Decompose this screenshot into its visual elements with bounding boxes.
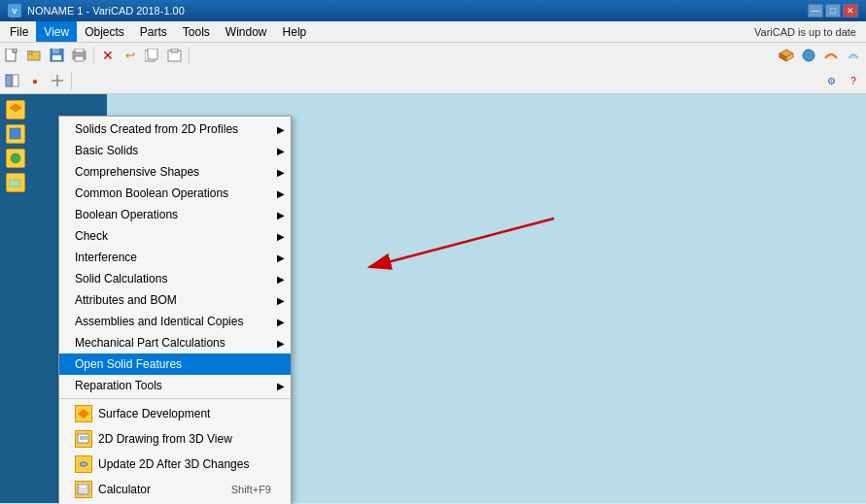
svg-point-24	[11, 153, 20, 163]
svg-rect-8	[75, 49, 84, 52]
menu-item-basic-solids-arrow: ▶	[277, 146, 285, 156]
svg-rect-19	[13, 75, 18, 86]
toolbar-btn-redo[interactable]: ↩	[120, 45, 141, 66]
menu-tools[interactable]: Tools	[175, 21, 218, 42]
toolbar-btn-3d4[interactable]	[843, 45, 864, 66]
toolbar-btn-paste[interactable]	[164, 45, 186, 66]
menu-item-comprehensive-shapes[interactable]: Comprehensive Shapes ▶	[59, 161, 291, 183]
svg-rect-9	[75, 56, 84, 61]
menu-item-assemblies[interactable]: Assemblies and Identical Copies ▶	[59, 311, 291, 332]
toolbar-btn-copy[interactable]	[142, 45, 163, 66]
svg-rect-18	[6, 75, 12, 86]
svg-rect-25	[10, 180, 20, 186]
svg-rect-23	[10, 128, 20, 139]
menu-item-common-boolean[interactable]: Common Boolean Operations ▶	[59, 183, 291, 204]
r1-icon	[4, 73, 21, 88]
menu-item-interference-arrow: ▶	[277, 252, 285, 263]
3d-icon-1	[778, 48, 795, 63]
dropdown-separator	[59, 398, 291, 399]
toolbar-btn-r3[interactable]	[47, 70, 68, 91]
menu-item-solids-2d-arrow: ▶	[277, 124, 285, 135]
toolbar-btn-3d1[interactable]	[776, 45, 797, 66]
toolbar-btn-r5[interactable]: ?	[843, 70, 864, 91]
menu-item-solids-2d[interactable]: Solids Created from 2D Profiles ▶	[59, 118, 291, 140]
menu-item-attributes-bom[interactable]: Attributes and BOM ▶	[59, 289, 291, 311]
menu-item-open-solid[interactable]: Open Solid Features	[59, 353, 291, 375]
r2-icon: ●	[26, 73, 44, 88]
menu-file[interactable]: File	[2, 21, 36, 42]
menu-item-calculator[interactable]: Calculator Shift+F9	[59, 477, 291, 502]
toolbar-row-2: ● ⚙ ?	[0, 68, 866, 93]
toolbar-btn-undo[interactable]: ✕	[97, 45, 119, 66]
menu-view[interactable]: View	[36, 21, 77, 42]
toolbar-sep-1	[93, 47, 94, 64]
toolbar-btn-3d3[interactable]	[820, 45, 842, 66]
menu-item-reparation-arrow: ▶	[277, 381, 285, 391]
toolbar-btn-new[interactable]	[2, 45, 23, 66]
menu-item-basic-solids[interactable]: Basic Solids ▶	[59, 140, 291, 161]
menu-item-common-boolean-arrow: ▶	[277, 188, 285, 199]
toolbar-btn-save[interactable]	[47, 45, 68, 66]
title-bar-title: NONAME 1 - VariCAD 2018-1.00	[27, 5, 185, 17]
toolbar-btn-r4[interactable]: ⚙	[820, 70, 842, 91]
menu-item-update-2d[interactable]: Update 2D After 3D Changes	[59, 452, 291, 477]
menu-item-comprehensive-shapes-arrow: ▶	[277, 167, 285, 178]
toolbar-row-1: ✕ ↩	[0, 43, 866, 68]
menu-item-boolean-ops[interactable]: Boolean Operations ▶	[59, 204, 291, 225]
svg-rect-31	[80, 486, 87, 488]
toolbar-btn-3d2[interactable]	[798, 45, 819, 66]
menu-help[interactable]: Help	[275, 21, 315, 42]
svg-marker-26	[78, 409, 89, 419]
menu-objects[interactable]: Objects	[77, 21, 132, 42]
menu-parts[interactable]: Parts	[132, 21, 175, 42]
menu-item-reparation[interactable]: Reparation Tools ▶	[59, 375, 291, 396]
minimize-button[interactable]: —	[808, 4, 823, 17]
surface-dev-icon	[75, 405, 92, 422]
menu-item-mechanical-calc[interactable]: Mechanical Part Calculations ▶	[59, 332, 291, 353]
menu-item-surface-dev[interactable]: Surface Development	[59, 401, 291, 426]
print-icon	[71, 48, 88, 63]
panel-icon-1-img	[6, 100, 25, 119]
main-area: Solids Created from 2D Profiles ▶ Basic …	[0, 94, 866, 503]
update-2d-icon	[75, 455, 92, 473]
menu-item-solids-2d-label: Solids Created from 2D Profiles	[75, 122, 238, 136]
svg-rect-11	[148, 49, 157, 59]
menu-window[interactable]: Window	[218, 21, 275, 42]
open-icon	[26, 48, 44, 63]
maximize-button[interactable]: □	[825, 4, 841, 17]
toolbar-btn-print[interactable]	[69, 45, 90, 66]
panel-icon-2-img	[6, 124, 25, 144]
menu-item-attributes-bom-label: Attributes and BOM	[75, 293, 177, 307]
toolbar-btn-r1[interactable]	[2, 70, 23, 91]
svg-rect-6	[52, 55, 61, 60]
r4-icon: ⚙	[822, 73, 840, 88]
menu-item-boolean-ops-arrow: ▶	[277, 210, 285, 220]
menu-item-assemblies-label: Assemblies and Identical Copies	[75, 315, 243, 328]
dropdown-menu: Solids Created from 2D Profiles ▶ Basic …	[58, 116, 292, 504]
menu-item-update-2d-label: Update 2D After 3D Changes	[98, 457, 249, 471]
menu-item-check[interactable]: Check ▶	[59, 225, 291, 247]
menu-item-solid-calc-label: Solid Calculations	[75, 272, 167, 286]
panel-icon-3-img	[6, 149, 25, 168]
menu-item-calculator-shortcut: Shift+F9	[212, 484, 271, 495]
svg-point-17	[803, 50, 814, 61]
menu-item-interference-label: Interference	[75, 251, 137, 264]
menu-item-solid-calc[interactable]: Solid Calculations ▶	[59, 268, 291, 289]
r3-icon	[49, 73, 66, 88]
toolbar-btn-open[interactable]	[24, 45, 46, 66]
menu-item-mechanical-calc-arrow: ▶	[277, 338, 285, 349]
close-button[interactable]: ✕	[843, 4, 858, 17]
r5-icon: ?	[845, 73, 862, 88]
svg-marker-22	[10, 104, 21, 112]
menu-item-2d-drawing[interactable]: 2D Drawing from 3D View	[59, 426, 291, 452]
svg-rect-30	[78, 484, 88, 494]
new-icon	[4, 48, 21, 63]
menu-item-mechanical-calc-label: Mechanical Part Calculations	[75, 336, 225, 350]
varicad-status: VariCAD is up to date	[746, 21, 864, 42]
svg-rect-3	[27, 51, 32, 54]
3d-icon-4	[845, 48, 862, 63]
menu-item-interference[interactable]: Interference ▶	[59, 247, 291, 268]
title-bar-text: V NONAME 1 - VariCAD 2018-1.00	[8, 4, 808, 17]
toolbar-btn-r2[interactable]: ●	[24, 70, 46, 91]
panel-icon-4-img	[6, 173, 25, 192]
